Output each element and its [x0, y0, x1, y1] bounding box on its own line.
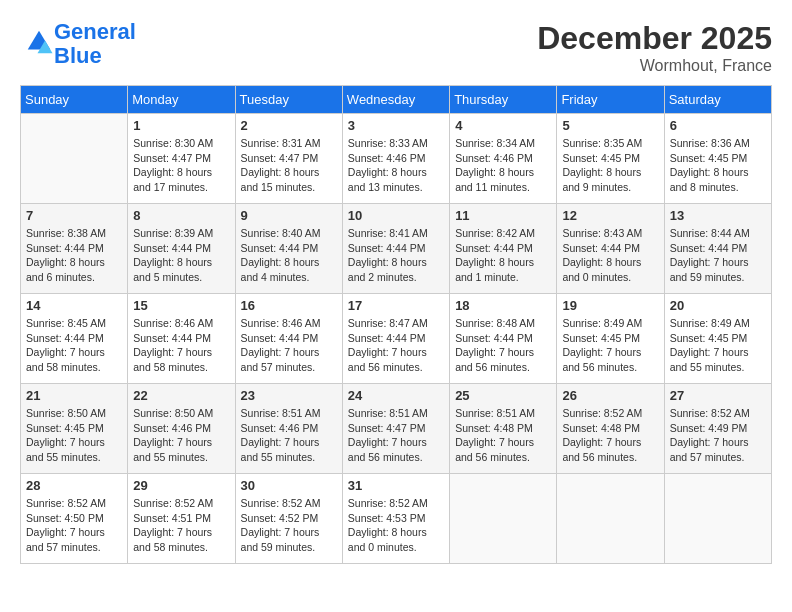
day-number: 20: [670, 298, 766, 313]
day-info: Sunrise: 8:52 AM Sunset: 4:51 PM Dayligh…: [133, 496, 229, 555]
day-info: Sunrise: 8:43 AM Sunset: 4:44 PM Dayligh…: [562, 226, 658, 285]
calendar-cell: 24Sunrise: 8:51 AM Sunset: 4:47 PM Dayli…: [342, 384, 449, 474]
day-number: 6: [670, 118, 766, 133]
day-info: Sunrise: 8:44 AM Sunset: 4:44 PM Dayligh…: [670, 226, 766, 285]
day-number: 14: [26, 298, 122, 313]
calendar-table: SundayMondayTuesdayWednesdayThursdayFrid…: [20, 85, 772, 564]
calendar-cell: 9Sunrise: 8:40 AM Sunset: 4:44 PM Daylig…: [235, 204, 342, 294]
day-number: 1: [133, 118, 229, 133]
calendar-cell: 4Sunrise: 8:34 AM Sunset: 4:46 PM Daylig…: [450, 114, 557, 204]
calendar-cell: 12Sunrise: 8:43 AM Sunset: 4:44 PM Dayli…: [557, 204, 664, 294]
calendar-cell: 22Sunrise: 8:50 AM Sunset: 4:46 PM Dayli…: [128, 384, 235, 474]
calendar-cell: 6Sunrise: 8:36 AM Sunset: 4:45 PM Daylig…: [664, 114, 771, 204]
calendar-cell: 19Sunrise: 8:49 AM Sunset: 4:45 PM Dayli…: [557, 294, 664, 384]
day-number: 2: [241, 118, 337, 133]
day-number: 26: [562, 388, 658, 403]
location: Wormhout, France: [537, 57, 772, 75]
day-info: Sunrise: 8:52 AM Sunset: 4:49 PM Dayligh…: [670, 406, 766, 465]
day-info: Sunrise: 8:50 AM Sunset: 4:45 PM Dayligh…: [26, 406, 122, 465]
calendar-cell: 1Sunrise: 8:30 AM Sunset: 4:47 PM Daylig…: [128, 114, 235, 204]
day-number: 12: [562, 208, 658, 223]
day-info: Sunrise: 8:46 AM Sunset: 4:44 PM Dayligh…: [241, 316, 337, 375]
day-info: Sunrise: 8:33 AM Sunset: 4:46 PM Dayligh…: [348, 136, 444, 195]
day-number: 16: [241, 298, 337, 313]
day-number: 15: [133, 298, 229, 313]
calendar-week-3: 14Sunrise: 8:45 AM Sunset: 4:44 PM Dayli…: [21, 294, 772, 384]
day-info: Sunrise: 8:47 AM Sunset: 4:44 PM Dayligh…: [348, 316, 444, 375]
day-info: Sunrise: 8:31 AM Sunset: 4:47 PM Dayligh…: [241, 136, 337, 195]
day-info: Sunrise: 8:52 AM Sunset: 4:53 PM Dayligh…: [348, 496, 444, 555]
day-number: 22: [133, 388, 229, 403]
day-number: 19: [562, 298, 658, 313]
day-info: Sunrise: 8:42 AM Sunset: 4:44 PM Dayligh…: [455, 226, 551, 285]
calendar-header-sunday: Sunday: [21, 86, 128, 114]
day-number: 9: [241, 208, 337, 223]
day-info: Sunrise: 8:46 AM Sunset: 4:44 PM Dayligh…: [133, 316, 229, 375]
calendar-cell: 30Sunrise: 8:52 AM Sunset: 4:52 PM Dayli…: [235, 474, 342, 564]
day-info: Sunrise: 8:36 AM Sunset: 4:45 PM Dayligh…: [670, 136, 766, 195]
calendar-cell: 15Sunrise: 8:46 AM Sunset: 4:44 PM Dayli…: [128, 294, 235, 384]
day-info: Sunrise: 8:38 AM Sunset: 4:44 PM Dayligh…: [26, 226, 122, 285]
calendar-cell: 18Sunrise: 8:48 AM Sunset: 4:44 PM Dayli…: [450, 294, 557, 384]
day-number: 28: [26, 478, 122, 493]
calendar-cell: 29Sunrise: 8:52 AM Sunset: 4:51 PM Dayli…: [128, 474, 235, 564]
day-number: 10: [348, 208, 444, 223]
calendar-header-wednesday: Wednesday: [342, 86, 449, 114]
logo-text: General Blue: [54, 20, 136, 68]
calendar-week-2: 7Sunrise: 8:38 AM Sunset: 4:44 PM Daylig…: [21, 204, 772, 294]
calendar-week-1: 1Sunrise: 8:30 AM Sunset: 4:47 PM Daylig…: [21, 114, 772, 204]
calendar-week-5: 28Sunrise: 8:52 AM Sunset: 4:50 PM Dayli…: [21, 474, 772, 564]
calendar-header-monday: Monday: [128, 86, 235, 114]
day-number: 24: [348, 388, 444, 403]
day-number: 18: [455, 298, 551, 313]
day-number: 21: [26, 388, 122, 403]
day-info: Sunrise: 8:35 AM Sunset: 4:45 PM Dayligh…: [562, 136, 658, 195]
calendar-cell: 31Sunrise: 8:52 AM Sunset: 4:53 PM Dayli…: [342, 474, 449, 564]
day-number: 29: [133, 478, 229, 493]
title-block: December 2025 Wormhout, France: [537, 20, 772, 75]
day-number: 3: [348, 118, 444, 133]
day-number: 23: [241, 388, 337, 403]
day-info: Sunrise: 8:30 AM Sunset: 4:47 PM Dayligh…: [133, 136, 229, 195]
day-number: 4: [455, 118, 551, 133]
day-info: Sunrise: 8:52 AM Sunset: 4:50 PM Dayligh…: [26, 496, 122, 555]
day-number: 8: [133, 208, 229, 223]
calendar-cell: 20Sunrise: 8:49 AM Sunset: 4:45 PM Dayli…: [664, 294, 771, 384]
calendar-cell: 3Sunrise: 8:33 AM Sunset: 4:46 PM Daylig…: [342, 114, 449, 204]
day-info: Sunrise: 8:52 AM Sunset: 4:52 PM Dayligh…: [241, 496, 337, 555]
day-info: Sunrise: 8:34 AM Sunset: 4:46 PM Dayligh…: [455, 136, 551, 195]
calendar-cell: 7Sunrise: 8:38 AM Sunset: 4:44 PM Daylig…: [21, 204, 128, 294]
day-info: Sunrise: 8:48 AM Sunset: 4:44 PM Dayligh…: [455, 316, 551, 375]
calendar-cell: 16Sunrise: 8:46 AM Sunset: 4:44 PM Dayli…: [235, 294, 342, 384]
calendar-cell: 28Sunrise: 8:52 AM Sunset: 4:50 PM Dayli…: [21, 474, 128, 564]
calendar-cell: 27Sunrise: 8:52 AM Sunset: 4:49 PM Dayli…: [664, 384, 771, 474]
day-info: Sunrise: 8:49 AM Sunset: 4:45 PM Dayligh…: [562, 316, 658, 375]
calendar-header-friday: Friday: [557, 86, 664, 114]
month-title: December 2025: [537, 20, 772, 57]
calendar-header-row: SundayMondayTuesdayWednesdayThursdayFrid…: [21, 86, 772, 114]
calendar-cell: 21Sunrise: 8:50 AM Sunset: 4:45 PM Dayli…: [21, 384, 128, 474]
day-info: Sunrise: 8:49 AM Sunset: 4:45 PM Dayligh…: [670, 316, 766, 375]
calendar-header-tuesday: Tuesday: [235, 86, 342, 114]
day-number: 11: [455, 208, 551, 223]
day-info: Sunrise: 8:41 AM Sunset: 4:44 PM Dayligh…: [348, 226, 444, 285]
day-number: 17: [348, 298, 444, 313]
calendar-cell: [664, 474, 771, 564]
calendar-cell: 14Sunrise: 8:45 AM Sunset: 4:44 PM Dayli…: [21, 294, 128, 384]
calendar-week-4: 21Sunrise: 8:50 AM Sunset: 4:45 PM Dayli…: [21, 384, 772, 474]
calendar-header-saturday: Saturday: [664, 86, 771, 114]
day-info: Sunrise: 8:51 AM Sunset: 4:48 PM Dayligh…: [455, 406, 551, 465]
day-info: Sunrise: 8:50 AM Sunset: 4:46 PM Dayligh…: [133, 406, 229, 465]
day-info: Sunrise: 8:40 AM Sunset: 4:44 PM Dayligh…: [241, 226, 337, 285]
day-info: Sunrise: 8:52 AM Sunset: 4:48 PM Dayligh…: [562, 406, 658, 465]
calendar-cell: [557, 474, 664, 564]
day-number: 27: [670, 388, 766, 403]
day-number: 13: [670, 208, 766, 223]
calendar-cell: 2Sunrise: 8:31 AM Sunset: 4:47 PM Daylig…: [235, 114, 342, 204]
day-info: Sunrise: 8:45 AM Sunset: 4:44 PM Dayligh…: [26, 316, 122, 375]
calendar-cell: 8Sunrise: 8:39 AM Sunset: 4:44 PM Daylig…: [128, 204, 235, 294]
calendar-cell: 26Sunrise: 8:52 AM Sunset: 4:48 PM Dayli…: [557, 384, 664, 474]
day-number: 7: [26, 208, 122, 223]
calendar-cell: 10Sunrise: 8:41 AM Sunset: 4:44 PM Dayli…: [342, 204, 449, 294]
day-info: Sunrise: 8:51 AM Sunset: 4:47 PM Dayligh…: [348, 406, 444, 465]
